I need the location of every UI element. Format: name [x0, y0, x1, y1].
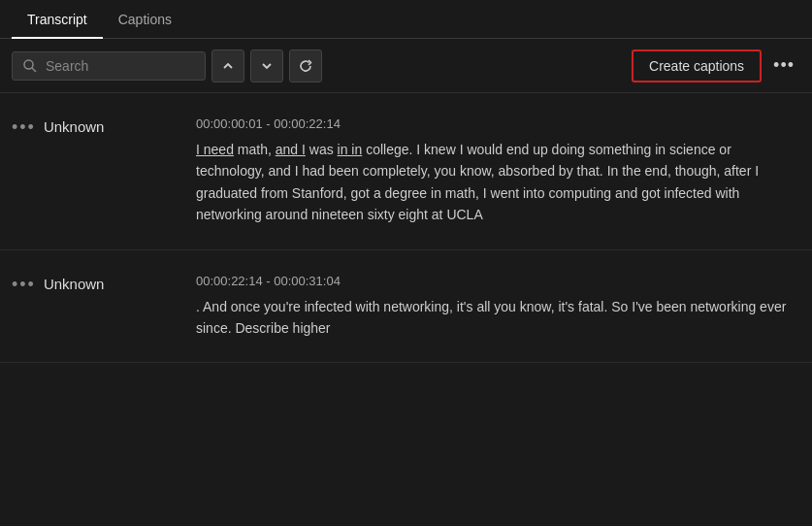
speaker-section: ••• Unknown	[12, 274, 196, 293]
create-captions-button[interactable]: Create captions	[632, 49, 762, 82]
text-span: math,	[238, 142, 276, 157]
speaker-section: ••• Unknown	[12, 116, 196, 136]
refresh-button[interactable]	[289, 49, 322, 82]
speaker-name: Unknown	[44, 118, 105, 135]
search-icon	[22, 58, 38, 74]
tab-captions[interactable]: Captions	[103, 4, 187, 39]
table-row: ••• Unknown 00:00:00:01 - 00:00:22:14 I …	[0, 93, 812, 250]
navigate-up-button[interactable]	[211, 49, 244, 82]
text-span: in in	[338, 142, 363, 157]
transcript-content: ••• Unknown 00:00:00:01 - 00:00:22:14 I …	[0, 93, 812, 526]
search-box[interactable]	[12, 51, 206, 81]
chevron-down-icon	[261, 60, 273, 72]
timestamp: 00:00:22:14 - 00:00:31:04	[196, 274, 800, 288]
transcript-entry-content: 00:00:22:14 - 00:00:31:04 . And once you…	[196, 274, 800, 340]
toolbar: Create captions •••	[0, 39, 812, 93]
app-container: Transcript Captions	[0, 0, 812, 526]
navigate-down-button[interactable]	[250, 49, 283, 82]
transcript-entry-content: 00:00:00:01 - 00:00:22:14 I need math, a…	[196, 116, 800, 226]
table-row: ••• Unknown 00:00:22:14 - 00:00:31:04 . …	[0, 250, 812, 364]
svg-line-1	[32, 68, 36, 72]
more-options-button[interactable]: •••	[767, 55, 800, 76]
transcript-text: I need math, and I was in in college. I …	[196, 139, 800, 226]
timestamp: 00:00:00:01 - 00:00:22:14	[196, 116, 800, 131]
refresh-icon	[298, 58, 313, 74]
speaker-name: Unknown	[44, 276, 105, 292]
tab-bar: Transcript Captions	[0, 0, 812, 39]
tab-transcript[interactable]: Transcript	[12, 4, 103, 39]
text-span: and I	[276, 142, 306, 157]
text-span: was	[309, 142, 338, 157]
search-input[interactable]	[46, 58, 181, 74]
svg-point-0	[24, 60, 33, 69]
chevron-up-icon	[222, 60, 234, 72]
text-span: . And once you're infected with networki…	[196, 299, 786, 336]
speaker-menu-icon[interactable]: •••	[12, 118, 36, 136]
transcript-text: . And once you're infected with networki…	[196, 296, 800, 340]
text-span: I need	[196, 142, 234, 157]
speaker-menu-icon[interactable]: •••	[12, 276, 36, 293]
